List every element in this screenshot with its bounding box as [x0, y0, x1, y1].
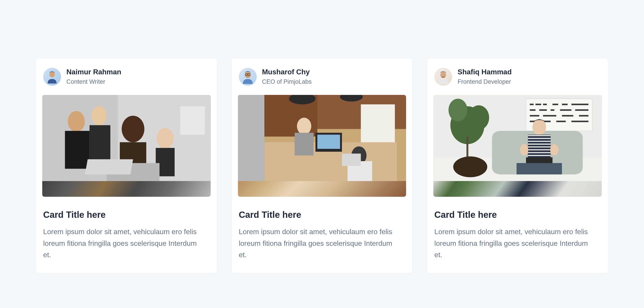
card[interactable]: Naimur Rahman Content Writer Card T	[36, 58, 217, 273]
svg-rect-39	[466, 137, 468, 159]
svg-point-41	[532, 119, 546, 135]
author-info: Naimur Rahman Content Writer	[66, 67, 121, 86]
cards-container: Naimur Rahman Content Writer Card T	[36, 58, 608, 273]
svg-point-43	[520, 144, 528, 156]
author-role: Content Writer	[66, 78, 121, 86]
svg-rect-46	[516, 163, 562, 175]
svg-rect-24	[294, 133, 314, 156]
svg-rect-3	[180, 106, 205, 135]
svg-point-38	[468, 105, 489, 130]
svg-rect-26	[317, 135, 340, 149]
card-image	[42, 95, 211, 197]
svg-point-7	[157, 128, 174, 149]
card-header: Musharof Chy CEO of PimjoLabs	[238, 67, 406, 86]
author-role: Frontend Developer	[458, 78, 512, 86]
card-image	[238, 95, 406, 197]
svg-point-0	[50, 72, 55, 77]
author-name: Shafiq Hammad	[458, 67, 512, 77]
author-name: Naimur Rahman	[66, 67, 121, 77]
svg-point-23	[297, 118, 311, 135]
card[interactable]: Musharof Chy CEO of PimjoLabs	[232, 58, 413, 273]
svg-point-6	[122, 116, 144, 142]
author-avatar	[239, 68, 257, 86]
svg-rect-9	[90, 125, 110, 163]
author-name: Musharof Chy	[262, 67, 312, 77]
svg-rect-19	[238, 95, 264, 181]
svg-point-40	[453, 156, 487, 177]
svg-point-14	[245, 72, 251, 78]
author-info: Musharof Chy CEO of PimjoLabs	[262, 67, 312, 86]
card-description: Lorem ipsum dolor sit amet, vehiculaum e…	[238, 226, 406, 260]
card-header: Naimur Rahman Content Writer	[42, 67, 211, 86]
author-avatar	[43, 68, 61, 86]
card-title: Card Title here	[42, 210, 211, 220]
svg-point-44	[550, 144, 558, 156]
card-image	[433, 95, 602, 197]
svg-rect-13	[85, 159, 133, 175]
card-title: Card Title here	[238, 210, 406, 220]
author-info: Shafiq Hammad Frontend Developer	[458, 67, 512, 86]
author-role: CEO of PimjoLabs	[262, 78, 312, 86]
author-avatar	[434, 68, 452, 86]
svg-rect-29	[342, 154, 361, 166]
card-title: Card Title here	[433, 210, 602, 220]
svg-point-5	[92, 106, 107, 125]
card-header: Shafiq Hammad Frontend Developer	[433, 67, 602, 86]
svg-point-37	[448, 99, 468, 121]
svg-point-4	[68, 111, 85, 132]
card[interactable]: Shafiq Hammad Frontend Developer	[427, 58, 608, 273]
card-description: Lorem ipsum dolor sit amet, vehiculaum e…	[433, 226, 602, 260]
svg-rect-8	[65, 131, 90, 169]
card-description: Lorem ipsum dolor sit amet, vehiculaum e…	[42, 226, 211, 260]
